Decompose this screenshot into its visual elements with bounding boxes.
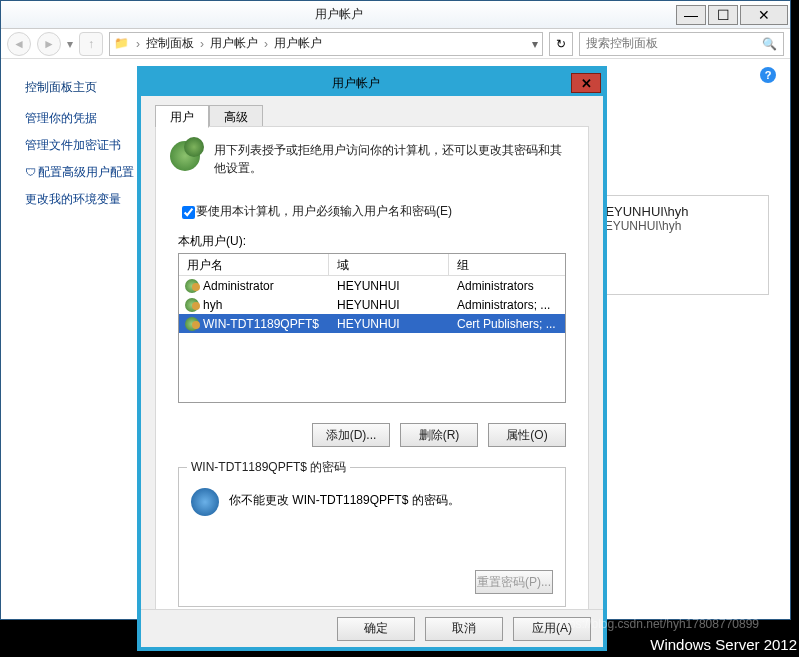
watermark-text: https://blog.csdn.net/hyh17808770899 [556,617,760,631]
globe-icon [191,488,219,516]
user-accounts-dialog: 用户帐户 ✕ 用户 高级 用下列表授予或拒绝用户访问你的计算机，还可以更改其密码… [137,66,607,651]
user-icon [185,298,199,312]
refresh-button[interactable]: ↻ [549,32,573,56]
search-icon: 🔍 [762,37,777,51]
cell-domain: HEYUNHUI [329,298,449,312]
search-input[interactable]: 搜索控制面板 🔍 [579,32,784,56]
nav-bar: ◄ ► ▾ ↑ 📁 › 控制面板 › 用户帐户 › 用户帐户 ▾ ↻ 搜索控制面… [1,29,790,59]
breadcrumb-root[interactable]: 控制面板 [146,35,194,52]
user-card: HEYUNHUI\hyh HEYUNHUI\hyh [583,195,769,295]
separator-icon: › [200,37,204,51]
add-button[interactable]: 添加(D)... [312,423,390,447]
user-icon [185,317,199,331]
properties-button[interactable]: 属性(O) [488,423,566,447]
window-titlebar[interactable]: 用户帐户 — ☐ ✕ [1,1,790,29]
cell-group: Administrators; ... [449,298,565,312]
user-row-selected[interactable]: WIN-TDT1189QPFT$ HEYUNHUI Cert Publisher… [179,314,565,333]
separator-icon: › [136,37,140,51]
ok-button[interactable]: 确定 [337,617,415,641]
user-name-primary: HEYUNHUI\hyh [596,204,756,219]
help-icon[interactable]: ? [760,67,776,83]
user-row[interactable]: hyh HEYUNHUI Administrators; ... [179,295,565,314]
require-password-checkbox[interactable] [182,206,195,219]
dialog-description: 用下列表授予或拒绝用户访问你的计算机，还可以更改其密码和其他设置。 [214,141,568,177]
cell-name: Administrator [203,279,274,293]
breadcrumb-leaf[interactable]: 用户帐户 [274,35,322,52]
require-password-label: 要使用本计算机，用户必须输入用户名和密码(E) [196,203,452,220]
separator-icon: › [264,37,268,51]
cell-name: WIN-TDT1189QPFT$ [203,317,319,331]
users-list-label: 本机用户(U): [178,233,246,250]
password-fieldset: WIN-TDT1189QPFT$ 的密码 你不能更改 WIN-TDT1189QP… [178,467,566,607]
cancel-button[interactable]: 取消 [425,617,503,641]
sidelink-certs[interactable]: 管理文件加密证书 [25,137,155,154]
back-button[interactable]: ◄ [7,32,31,56]
dialog-close-button[interactable]: ✕ [571,73,601,93]
user-row[interactable]: Administrator HEYUNHUI Administrators [179,276,565,295]
user-icon [185,279,199,293]
col-domain[interactable]: 域 [329,254,449,275]
sidelink-credentials[interactable]: 管理你的凭据 [25,110,155,127]
side-panel: 控制面板主页 管理你的凭据 管理文件加密证书 配置高级用户配置 更改我的环境变量 [25,79,155,218]
col-username[interactable]: 用户名 [179,254,329,275]
remove-button[interactable]: 删除(R) [400,423,478,447]
breadcrumb-dropdown-icon[interactable]: ▾ [532,37,538,51]
tab-advanced[interactable]: 高级 [209,105,263,128]
server-label: Windows Server 2012 [650,636,797,653]
cell-group: Administrators [449,279,565,293]
folder-icon: 📁 [114,36,130,52]
tab-strip: 用户 高级 [155,104,589,127]
search-placeholder: 搜索控制面板 [586,35,762,52]
password-legend: WIN-TDT1189QPFT$ 的密码 [187,459,350,476]
reset-password-button: 重置密码(P)... [475,570,553,594]
cell-domain: HEYUNHUI [329,279,449,293]
nav-dropdown-icon[interactable]: ▾ [67,37,73,51]
maximize-button[interactable]: ☐ [708,5,738,25]
dialog-titlebar[interactable]: 用户帐户 ✕ [141,70,603,96]
close-button[interactable]: ✕ [740,5,788,25]
dialog-footer: 确定 取消 应用(A) [141,609,603,647]
col-group[interactable]: 组 [449,254,565,275]
password-text: 你不能更改 WIN-TDT1189QPFT$ 的密码。 [229,492,460,509]
tab-users[interactable]: 用户 [155,105,209,128]
dialog-title: 用户帐户 [141,75,571,92]
forward-button[interactable]: ► [37,32,61,56]
user-name-secondary: HEYUNHUI\hyh [596,219,756,233]
breadcrumb-mid[interactable]: 用户帐户 [210,35,258,52]
minimize-button[interactable]: — [676,5,706,25]
window-title: 用户帐户 [1,6,676,23]
cell-domain: HEYUNHUI [329,317,449,331]
sidelink-env-vars[interactable]: 更改我的环境变量 [25,191,155,208]
cell-group: Cert Publishers; ... [449,317,565,331]
up-button[interactable]: ↑ [79,32,103,56]
list-header: 用户名 域 组 [179,254,565,276]
users-list[interactable]: 用户名 域 组 Administrator HEYUNHUI Administr… [178,253,566,403]
side-header[interactable]: 控制面板主页 [25,79,155,96]
users-icon [170,141,200,171]
list-buttons: 添加(D)... 删除(R) 属性(O) [312,423,566,447]
cell-name: hyh [203,298,222,312]
breadcrumb-bar[interactable]: 📁 › 控制面板 › 用户帐户 › 用户帐户 ▾ [109,32,543,56]
sidelink-advanced-users[interactable]: 配置高级用户配置 [25,164,155,181]
